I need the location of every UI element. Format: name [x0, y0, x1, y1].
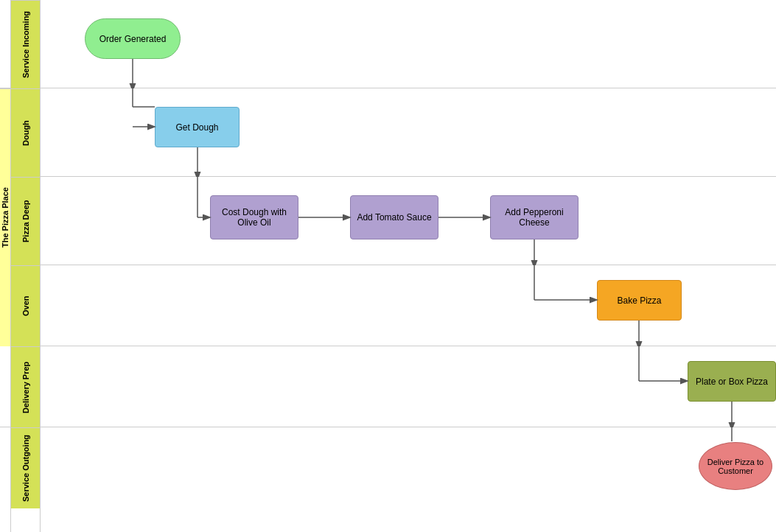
node-cost-dough: Cost Dough with Olive Oil: [210, 195, 298, 239]
node-add-pepperoni-label: Add Pepperoni Cheese: [491, 207, 578, 228]
node-add-pepperoni: Add Pepperoni Cheese: [490, 195, 578, 239]
lane-pizza-deep: Cost Dough with Olive Oil Add Tomato Sau…: [41, 177, 776, 265]
lane-label-pizza-deep: Pizza Deep: [11, 177, 40, 265]
node-get-dough: Get Dough: [155, 107, 240, 147]
swimlane-labels: Service Incoming Dough Pizza Deep Oven D…: [11, 0, 41, 532]
node-add-tomato-label: Add Tomato Sauce: [357, 212, 431, 223]
arrows-dough: [41, 88, 776, 176]
lane-label-delivery-prep: Delivery Prep: [11, 346, 40, 427]
arrows-delivery: [41, 346, 776, 427]
lane-dough: Get Dough: [41, 88, 776, 177]
lanes-content: Order Generated Get Dough: [41, 0, 776, 532]
node-get-dough-label: Get Dough: [175, 122, 218, 133]
node-plate-box-label: Plate or Box Pizza: [696, 377, 768, 387]
node-cost-dough-label: Cost Dough with Olive Oil: [211, 207, 298, 228]
node-add-tomato: Add Tomato Sauce: [350, 195, 438, 239]
node-plate-box: Plate or Box Pizza: [688, 361, 776, 402]
lane-label-dough: Dough: [11, 88, 40, 177]
lane-label-service-outgoing: Service Outgoing: [11, 427, 40, 508]
lane-service-outgoing: Deliver Pizza to Customer: [41, 427, 776, 508]
node-bake-pizza-label: Bake Pizza: [617, 295, 661, 306]
node-bake-pizza: Bake Pizza: [597, 280, 682, 321]
group-label-pizza-place: The Pizza Place: [0, 88, 10, 346]
node-deliver-label: Deliver Pizza to Customer: [699, 458, 772, 475]
lane-label-oven: Oven: [11, 265, 40, 346]
lane-oven: Bake Pizza: [41, 265, 776, 346]
diagram-container: The Pizza Place Service Incoming Dough P…: [0, 0, 776, 532]
lane-service-incoming: Order Generated: [41, 0, 776, 88]
lane-delivery-prep: Plate or Box Pizza: [41, 346, 776, 427]
lane-label-service-incoming: Service Incoming: [11, 0, 40, 88]
arrows-outgoing: [41, 427, 776, 508]
node-order-generated-label: Order Generated: [99, 34, 167, 44]
node-order-generated: Order Generated: [85, 18, 181, 59]
node-deliver: Deliver Pizza to Customer: [699, 442, 772, 490]
